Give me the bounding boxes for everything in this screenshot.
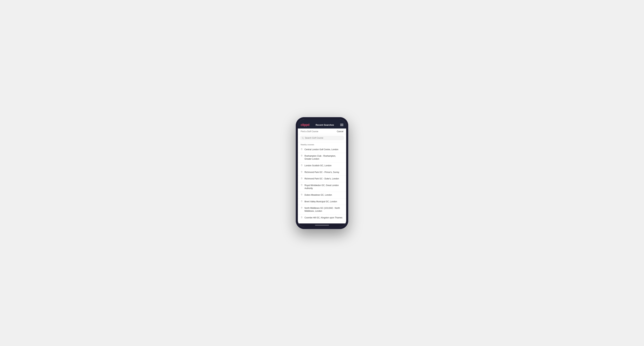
app-logo: clippd [301,123,310,127]
svg-point-8 [302,194,302,195]
search-input[interactable] [305,137,342,139]
location-pin-icon [301,177,303,180]
course-list-item[interactable]: London Scottish GC, London [298,163,346,169]
search-container [298,134,346,142]
svg-point-10 [302,207,302,208]
nearby-header: Nearby courses [298,142,346,146]
course-name: Royal Wimbledon GC, Great London Authori… [304,184,343,190]
svg-point-4 [302,165,302,166]
course-list-item[interactable]: Richmond Park GC - Duke's, London [298,175,346,182]
course-name: Coombe Hill GC, Kingston upon Thames [304,216,342,219]
svg-point-2 [302,149,302,149]
location-pin-icon [301,194,303,196]
find-label: Find a Golf Course [301,130,318,133]
course-list-item[interactable]: North Middlesex GC (1011942 - North Midd… [298,205,346,214]
location-pin-icon [301,155,303,157]
location-pin-icon [301,216,303,219]
svg-point-6 [302,178,302,179]
course-name: Brent Valley Municipal GC, London [304,200,337,203]
location-pin-icon [301,164,303,167]
location-pin-icon [301,148,303,151]
course-list-item[interactable]: Coombe Hill GC, Kingston upon Thames [298,214,346,221]
home-indicator [298,223,346,227]
course-name: Central London Golf Centre, London [304,148,338,151]
svg-point-11 [302,217,302,217]
svg-point-5 [302,172,302,172]
svg-point-7 [302,185,302,185]
course-list-item[interactable]: Richmond Park GC - Prince's, Surrey [298,169,346,176]
course-name: Richmond Park GC - Duke's, London [304,177,339,180]
course-list-item[interactable]: Roehampton Club - Roehampton, Greater Lo… [298,153,346,163]
cancel-button[interactable]: Cancel [337,130,343,133]
location-pin-icon [301,207,303,209]
location-pin-icon [301,184,303,186]
home-bar [315,225,329,225]
phone-device: clippd Recent Searches Find a Golf Cours… [296,117,348,229]
course-name: Dukes Meadows GC, London [304,193,332,196]
course-list-item[interactable]: Royal Wimbledon GC, Great London Authori… [298,182,346,192]
svg-point-9 [302,201,302,201]
course-name: London Scottish GC, London [304,164,332,167]
search-icon [302,137,304,139]
phone-screen: clippd Recent Searches Find a Golf Cours… [298,119,346,227]
search-input-wrapper [300,136,344,140]
menu-line-3 [340,126,343,126]
status-bar [298,119,346,122]
find-bar: Find a Golf Course Cancel [298,129,346,134]
course-name: Roehampton Club - Roehampton, Greater Lo… [304,155,343,161]
svg-line-1 [303,138,304,139]
menu-icon[interactable] [340,124,343,126]
nav-bar: clippd Recent Searches [298,122,346,129]
location-pin-icon [301,171,303,173]
menu-line-1 [340,124,343,124]
course-list-item[interactable]: Dukes Meadows GC, London [298,192,346,198]
nav-title: Recent Searches [316,124,334,126]
course-list-item[interactable]: Brent Valley Municipal GC, London [298,198,346,205]
location-pin-icon [301,200,303,203]
menu-line-2 [340,125,343,125]
course-list: Central London Golf Centre, London Roeha… [298,146,346,221]
course-list-item[interactable]: Central London Golf Centre, London [298,146,346,153]
course-name: Richmond Park GC - Prince's, Surrey [304,171,339,174]
nearby-section: Nearby courses Central London Golf Centr… [298,142,346,223]
svg-point-3 [302,156,302,156]
course-name: North Middlesex GC (1011942 - North Midd… [304,207,343,213]
